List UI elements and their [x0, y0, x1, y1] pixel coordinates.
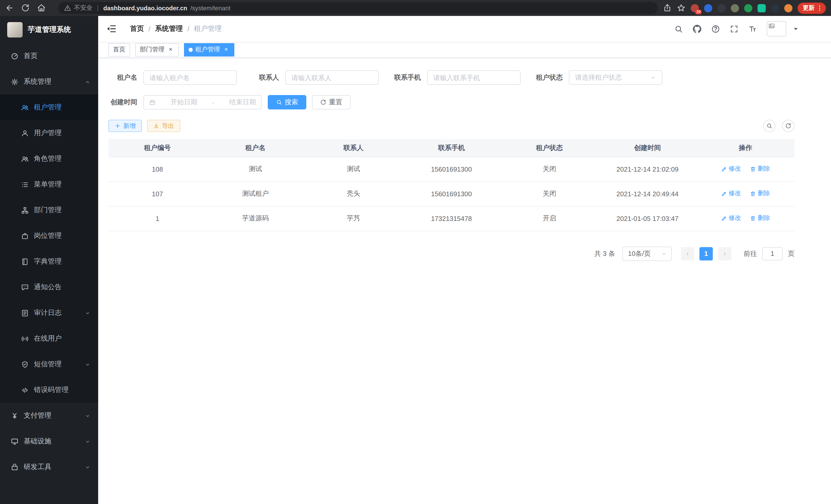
delete-label: 删除 — [758, 165, 770, 173]
breadcrumb-item-current: 租户管理 — [194, 24, 222, 33]
sidebar-item-pay[interactable]: 支付管理 — [0, 403, 98, 428]
sidebar-item-menu[interactable]: 菜单管理 — [0, 172, 98, 197]
date-start-placeholder: 开始日期 — [171, 98, 197, 107]
sidebar-item-tenant[interactable]: 租户管理 — [0, 94, 98, 120]
users-icon — [21, 155, 29, 162]
breadcrumb-item[interactable]: 首页 — [130, 24, 144, 33]
tab-dept[interactable]: 部门管理 × — [135, 43, 179, 56]
sidebar-item-system[interactable]: 系统管理 — [0, 69, 98, 94]
tab-home[interactable]: 首页 — [109, 43, 130, 56]
address-bar[interactable]: 不安全 dashboard.yudao.iocoder.cn/system/te… — [58, 2, 658, 14]
next-page-button[interactable] — [718, 247, 731, 260]
current-page-button[interactable]: 1 — [699, 247, 713, 260]
sidebar-item-label: 研发工具 — [24, 463, 51, 472]
delete-label: 删除 — [758, 189, 770, 198]
reload-icon[interactable] — [21, 4, 30, 12]
fullscreen-icon[interactable] — [730, 24, 739, 33]
security-label[interactable]: 不安全 — [74, 4, 92, 12]
gear-icon — [11, 78, 19, 86]
avatar[interactable] — [767, 21, 786, 36]
toggle-search-button[interactable] — [763, 120, 775, 132]
search-button[interactable]: 搜索 — [268, 95, 306, 110]
date-end-placeholder: 结束日期 — [229, 98, 256, 107]
export-button[interactable]: 导出 — [147, 120, 180, 132]
home-icon[interactable] — [37, 4, 46, 12]
status-select[interactable]: 请选择租户状态 — [569, 70, 662, 85]
back-icon[interactable] — [5, 4, 14, 12]
sidebar-item-dict[interactable]: 字典管理 — [0, 249, 98, 274]
close-icon[interactable]: × — [167, 46, 174, 53]
extension-icon[interactable] — [717, 4, 726, 12]
monitor-icon — [11, 438, 19, 445]
sidebar-item-label: 首页 — [24, 51, 37, 61]
pencil-icon — [721, 166, 727, 172]
delete-button[interactable]: 删除 — [750, 214, 770, 223]
extension-icon[interactable] — [771, 4, 779, 12]
sidebar-item-infra[interactable]: 基础设施 — [0, 428, 98, 454]
sidebar-item-dev-tool[interactable]: 研发工具 — [0, 454, 98, 480]
caret-down-icon[interactable] — [792, 24, 800, 33]
extension-icon[interactable] — [744, 4, 752, 12]
sidebar-item-sms[interactable]: 短信管理 — [0, 351, 98, 377]
logo-avatar — [7, 22, 23, 37]
trash-icon — [750, 166, 756, 172]
sidebar-item-post[interactable]: 岗位管理 — [0, 223, 98, 249]
tab-label: 首页 — [113, 45, 125, 54]
breadcrumb-item[interactable]: 系统管理 — [155, 24, 183, 33]
add-button[interactable]: 新增 — [109, 120, 142, 132]
extension-icon[interactable] — [731, 4, 739, 12]
url-host: dashboard.yudao.iocoder.cn — [103, 4, 187, 11]
chevron-up-icon — [85, 79, 90, 85]
plus-icon — [115, 123, 121, 129]
prev-page-button[interactable] — [681, 247, 694, 260]
edit-button[interactable]: 修改 — [721, 165, 741, 173]
goto-page-input[interactable] — [762, 247, 783, 260]
cell-tenant-name: 芋道源码 — [206, 206, 304, 231]
delete-button[interactable]: 删除 — [750, 189, 770, 198]
sidebar-toggle-icon[interactable] — [106, 24, 117, 34]
arrow-left-icon — [685, 250, 691, 257]
sidebar-item-role[interactable]: 角色管理 — [0, 146, 98, 172]
contact-input[interactable] — [285, 70, 379, 85]
tab-tenant-active[interactable]: 租户管理 × — [184, 43, 234, 56]
extension-icon[interactable]: 10 — [691, 4, 699, 12]
breadcrumb-separator: / — [188, 25, 190, 33]
page-size-select[interactable]: 10条/页 — [622, 246, 672, 261]
chevron-down-icon — [85, 439, 90, 444]
share-icon[interactable] — [663, 4, 672, 12]
chevron-down-icon — [85, 361, 90, 367]
sidebar-item-label: 菜单管理 — [34, 180, 62, 189]
help-icon[interactable] — [711, 24, 720, 33]
phone-input[interactable] — [427, 70, 521, 85]
close-icon[interactable]: × — [223, 46, 230, 53]
reset-button[interactable]: 重置 — [312, 95, 350, 110]
sidebar-item-label: 通知公告 — [34, 283, 62, 292]
bookmark-star-icon[interactable] — [677, 4, 686, 12]
tenant-name-input[interactable] — [143, 70, 237, 85]
extension-icon[interactable] — [757, 4, 766, 12]
font-size-icon[interactable] — [748, 24, 757, 33]
sidebar-item-notice[interactable]: 通知公告 — [0, 274, 98, 300]
github-icon[interactable] — [693, 24, 701, 33]
sidebar-item-online-user[interactable]: 在线用户 — [0, 326, 98, 351]
sidebar-item-audit-log[interactable]: 审计日志 — [0, 300, 98, 326]
date-range-picker[interactable]: 开始日期 - 结束日期 — [143, 95, 262, 110]
refresh-table-button[interactable] — [782, 120, 795, 132]
edit-button[interactable]: 修改 — [721, 214, 741, 223]
delete-button[interactable]: 删除 — [750, 165, 770, 173]
search-icon[interactable] — [674, 24, 683, 33]
book-icon — [21, 258, 29, 265]
sidebar-item-home[interactable]: 首页 — [0, 43, 98, 69]
browser-update-button[interactable]: 更新 — [798, 2, 826, 13]
breadcrumb-separator: / — [148, 25, 150, 33]
sidebar-item-user[interactable]: 用户管理 — [0, 120, 98, 146]
edit-button[interactable]: 修改 — [721, 189, 741, 198]
update-label: 更新 — [803, 4, 814, 12]
profile-avatar-icon[interactable] — [784, 4, 793, 12]
kebab-menu-icon[interactable] — [816, 4, 823, 11]
sidebar-item-error-code[interactable]: 错误码管理 — [0, 377, 98, 403]
cell-contact: 芋艿 — [305, 206, 402, 231]
sidebar-item-dept[interactable]: 部门管理 — [0, 197, 98, 223]
trash-icon — [750, 215, 756, 221]
extension-icon[interactable] — [704, 4, 712, 12]
